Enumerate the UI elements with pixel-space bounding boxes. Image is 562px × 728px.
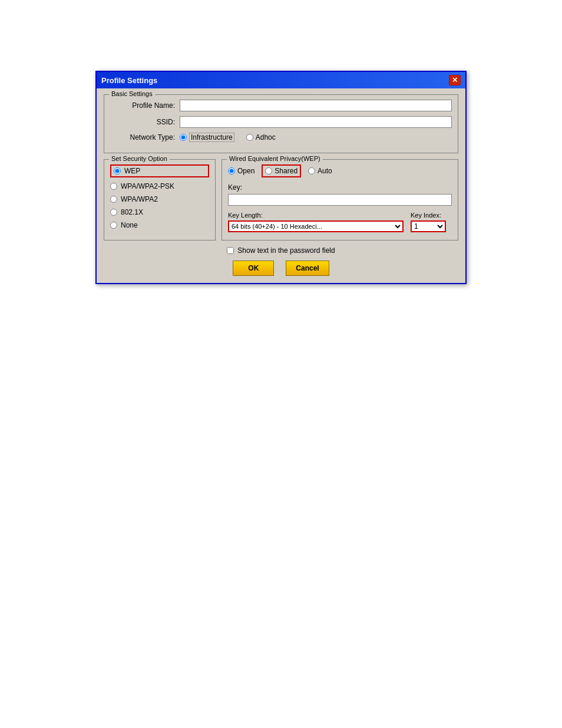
wpa-psk-radio[interactable] (110, 183, 117, 190)
ok-button[interactable]: OK (233, 261, 274, 276)
key-index-group: Key Index: 1 2 3 4 (411, 212, 452, 232)
wep-auth-row: Open Shared Auto (228, 164, 452, 177)
network-type-row: Network Type: Infrastructure Adhoc (110, 133, 452, 142)
wpa-option: WPA/WPA2 (110, 195, 209, 203)
profile-name-input[interactable] (180, 100, 452, 111)
ssid-label: SSID: (110, 118, 175, 126)
key-index-label: Key Index: (411, 212, 452, 219)
adhoc-option[interactable]: Adhoc (246, 133, 276, 141)
key-input[interactable] (228, 194, 452, 206)
show-password-row: Show text in the password field (104, 246, 458, 255)
wep-group-title: Wired Equivalent Privacy(WEP) (227, 155, 323, 162)
auto-label: Auto (318, 167, 332, 175)
infrastructure-option[interactable]: Infrastructure (180, 133, 234, 142)
cancel-button[interactable]: Cancel (286, 261, 329, 276)
open-radio[interactable] (228, 167, 235, 174)
security-options-group: Set Security Option WEP WPA/WPA2-PSK WPA… (104, 159, 216, 241)
shared-radio[interactable] (265, 167, 272, 174)
show-password-label: Show text in the password field (237, 246, 335, 255)
key-length-select[interactable]: 64 bits (40+24) - 10 Hexadeci... 128 bit… (228, 220, 404, 232)
8021x-radio[interactable] (110, 209, 117, 216)
key-index-select[interactable]: 1 2 3 4 (411, 220, 446, 232)
show-password-checkbox[interactable] (227, 247, 234, 254)
wpa-psk-option: WPA/WPA2-PSK (110, 182, 209, 190)
shared-label: Shared (275, 167, 297, 175)
wep-settings-group: Wired Equivalent Privacy(WEP) Open Share… (222, 159, 458, 241)
close-button[interactable]: ✕ (449, 75, 461, 85)
key-options-row: Key Length: 64 bits (40+24) - 10 Hexadec… (228, 212, 452, 232)
auto-radio[interactable] (308, 167, 315, 174)
profile-name-row: Profile Name: (110, 100, 452, 111)
8021x-option: 802.1X (110, 208, 209, 216)
ssid-row: SSID: (110, 116, 452, 128)
dialog-title: Profile Settings (101, 76, 157, 85)
adhoc-radio[interactable] (246, 134, 253, 141)
wpa-radio[interactable] (110, 196, 117, 203)
title-bar: Profile Settings ✕ (97, 72, 465, 88)
infrastructure-label: Infrastructure (189, 133, 234, 142)
network-type-radio-group: Infrastructure Adhoc (180, 133, 276, 142)
key-length-select-wrapper: 64 bits (40+24) - 10 Hexadeci... 128 bit… (228, 220, 404, 232)
two-columns-section: Set Security Option WEP WPA/WPA2-PSK WPA… (104, 159, 458, 241)
adhoc-label: Adhoc (256, 133, 276, 141)
key-label: Key: (228, 183, 452, 192)
wep-radio[interactable] (114, 167, 121, 174)
open-label: Open (237, 167, 254, 175)
network-type-label: Network Type: (110, 133, 175, 141)
infrastructure-radio[interactable] (180, 134, 187, 141)
wep-label: WEP (124, 167, 140, 175)
wpa-label: WPA/WPA2 (121, 195, 158, 203)
basic-settings-title: Basic Settings (109, 90, 155, 97)
dialog-body: Basic Settings Profile Name: SSID: Netwo… (97, 88, 465, 283)
profile-name-label: Profile Name: (110, 101, 175, 110)
key-index-select-wrapper: 1 2 3 4 (411, 220, 452, 232)
security-options-title: Set Security Option (109, 155, 170, 162)
wpa-psk-label: WPA/WPA2-PSK (121, 182, 174, 190)
none-option: None (110, 221, 209, 229)
none-label: None (121, 221, 138, 229)
ssid-input[interactable] (180, 116, 452, 128)
key-length-group: Key Length: 64 bits (40+24) - 10 Hexadec… (228, 212, 404, 232)
8021x-label: 802.1X (121, 208, 143, 216)
shared-option: Shared (262, 164, 301, 177)
button-row: OK Cancel (104, 261, 458, 276)
profile-settings-dialog: Profile Settings ✕ Basic Settings Profil… (95, 71, 467, 284)
wep-option: WEP (110, 164, 209, 177)
auto-option: Auto (308, 167, 332, 175)
none-radio[interactable] (110, 222, 117, 229)
basic-settings-group: Basic Settings Profile Name: SSID: Netwo… (104, 94, 458, 153)
open-option: Open (228, 167, 254, 175)
key-length-label: Key Length: (228, 212, 404, 219)
